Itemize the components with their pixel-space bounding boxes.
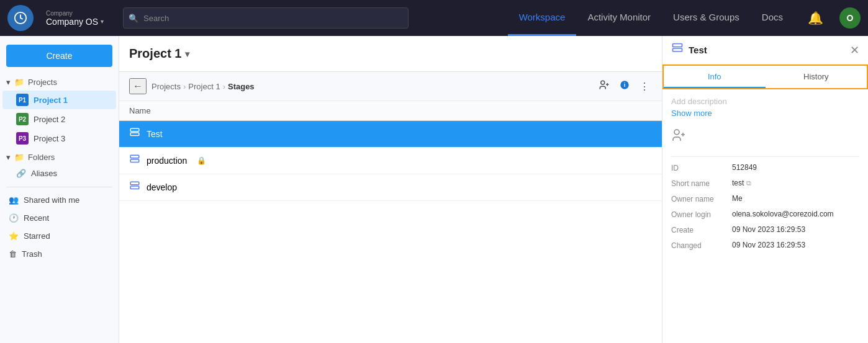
projects-section-header[interactable]: ▾ 📁 Projects [0, 74, 119, 90]
recent-icon: 🕐 [9, 213, 19, 223]
sidebar-item-project2[interactable]: P2 Project 2 [2, 110, 116, 128]
field-label: Create [671, 225, 727, 234]
show-more-link[interactable]: Show more [671, 109, 859, 118]
project3-badge: P3 [16, 132, 29, 145]
chevron-down-icon: ▾ [6, 153, 11, 162]
info-button[interactable]: i [617, 78, 632, 95]
field-label: Owner name [671, 194, 727, 203]
svg-rect-11 [130, 186, 139, 189]
stage-icon [129, 180, 140, 194]
company-selector[interactable]: Company Company OS ▾ [41, 7, 115, 29]
company-name: Company OS ▾ [46, 17, 111, 27]
stage-icon [129, 127, 140, 141]
field-value: Me [732, 194, 743, 203]
sidebar-item-project1[interactable]: P1 Project 1 [2, 91, 116, 109]
field-id: ID 512849 [671, 163, 859, 172]
project-title-caret[interactable]: ▾ [185, 49, 189, 59]
tab-history[interactable]: History [766, 66, 867, 88]
topbar: Company Company OS ▾ 🔍 Workspace Activit… [0, 0, 868, 36]
info-panel-header: Test ✕ [662, 36, 868, 65]
stage-icon [671, 42, 684, 58]
field-label: Short name [671, 179, 727, 188]
close-button[interactable]: ✕ [850, 43, 859, 57]
projects-section: ▾ 📁 Projects P1 Project 1 P2 Project 2 P… [0, 74, 119, 148]
project2-badge: P2 [16, 113, 29, 125]
create-button[interactable]: Create [6, 45, 112, 67]
table-row[interactable]: production 🔒 [119, 148, 662, 174]
sidebar-divider [6, 187, 112, 187]
breadcrumb: Projects › Project 1 › Stages [151, 82, 596, 91]
sidebar-item-trash[interactable]: 🗑 Trash [2, 246, 116, 262]
back-button[interactable]: ← [129, 78, 147, 94]
folders-section-header[interactable]: ▾ 📁 Folders [0, 149, 119, 165]
more-options-button[interactable]: ⋮ [637, 78, 652, 95]
breadcrumb-bar: ← Projects › Project 1 › Stages i ⋮ [119, 72, 662, 101]
field-shortname: Short name test ⧉ [671, 179, 859, 188]
copy-icon[interactable]: ⧉ [746, 179, 751, 187]
field-value: 09 Nov 2023 16:29:53 [732, 241, 805, 249]
svg-point-1 [601, 81, 605, 84]
field-changed: Changed 09 Nov 2023 16:29:53 [671, 241, 859, 250]
company-label: Company [46, 10, 111, 17]
field-value: 512849 [732, 163, 757, 172]
field-ownerlogin: Owner login olena.sokolova@corezoid.com [671, 210, 859, 219]
field-value: olena.sokolova@corezoid.com [732, 210, 834, 218]
svg-rect-13 [673, 48, 682, 51]
breadcrumb-current: Stages [228, 82, 255, 91]
field-value: 09 Nov 2023 16:29:53 [732, 225, 805, 234]
stage-icon [129, 154, 140, 167]
breadcrumb-project1[interactable]: Project 1 [188, 82, 220, 91]
table-body: Test production 🔒 develop [119, 121, 662, 343]
breadcrumb-projects[interactable]: Projects [151, 82, 181, 91]
sidebar-item-shared[interactable]: 👥 Shared with me [2, 192, 116, 208]
svg-rect-8 [130, 155, 139, 158]
divider [671, 156, 859, 157]
sidebar-item-project3[interactable]: P3 Project 3 [2, 129, 116, 148]
breadcrumb-sep1: › [183, 82, 186, 91]
svg-rect-12 [673, 44, 682, 47]
shared-icon: 👥 [9, 195, 19, 205]
sidebar-item-starred[interactable]: ⭐ Starred [2, 228, 116, 244]
project-title: Project 1 ▾ [129, 47, 189, 61]
field-ownername: Owner name Me [671, 194, 859, 203]
user-avatar[interactable]: O [839, 7, 861, 29]
field-label: Owner login [671, 210, 727, 219]
table-header: Name [119, 101, 662, 121]
info-panel: Test ✕ Info History Add description Show… [662, 36, 868, 343]
row-name-test: Test [147, 129, 163, 139]
folder-icon: 📁 [14, 153, 24, 162]
sidebar-item-recent[interactable]: 🕐 Recent [2, 210, 116, 226]
main-layout: Create ▾ 📁 Projects P1 Project 1 P2 Proj… [0, 36, 868, 343]
sidebar-item-aliases[interactable]: 🔗 Aliases [2, 166, 116, 181]
nav-item-docs[interactable]: Docs [751, 0, 794, 36]
row-name-production: production [147, 156, 187, 166]
star-icon: ⭐ [9, 231, 19, 241]
search-input[interactable] [123, 7, 409, 29]
breadcrumb-actions: i ⋮ [596, 77, 652, 96]
nav-item-users-groups[interactable]: Users & Groups [662, 0, 751, 36]
nav-item-activity-monitor[interactable]: Activity Monitor [576, 0, 662, 36]
add-member-button[interactable] [671, 128, 859, 146]
notifications-bell[interactable]: 🔔 [802, 11, 830, 25]
search-icon: 🔍 [129, 14, 138, 23]
svg-rect-9 [130, 159, 139, 163]
row-name-develop: develop [147, 182, 177, 192]
table-row[interactable]: Test [119, 121, 662, 148]
table-row[interactable]: develop [119, 174, 662, 201]
info-panel-title: Test [689, 45, 845, 55]
breadcrumb-sep2: › [223, 82, 225, 91]
top-nav: Workspace Activity Monitor Users & Group… [508, 0, 794, 36]
project1-badge: P1 [16, 94, 29, 106]
info-body: Add description Show more ID 512849 Shor… [662, 89, 868, 343]
add-member-button[interactable] [596, 77, 612, 96]
chevron-down-icon: ▾ [101, 18, 104, 25]
field-label: ID [671, 163, 727, 172]
svg-text:i: i [624, 82, 626, 88]
nav-item-workspace[interactable]: Workspace [508, 0, 577, 36]
sidebar: Create ▾ 📁 Projects P1 Project 1 P2 Proj… [0, 36, 119, 343]
svg-point-14 [674, 130, 679, 135]
column-name-header: Name [129, 106, 151, 115]
field-label: Changed [671, 241, 727, 250]
app-logo[interactable] [7, 5, 34, 31]
tab-info[interactable]: Info [664, 66, 766, 88]
